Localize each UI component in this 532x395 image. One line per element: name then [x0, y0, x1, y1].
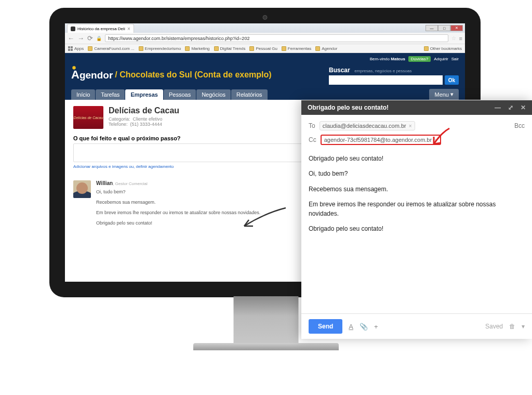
bookmark-item[interactable]: CameraFound.com ...: [88, 46, 134, 51]
chevron-down-icon: ▾: [450, 91, 454, 98]
history-line: Recebemos sua mensagem.: [96, 200, 260, 205]
browser-tab[interactable]: Histórico da empresa Delí ×: [67, 24, 134, 33]
search-ok-button[interactable]: Ok: [445, 75, 459, 85]
bookmark-item[interactable]: Agendor: [315, 46, 337, 51]
to-field[interactable]: To claudia@deliciasdecacau.com.br × Bcc: [309, 119, 525, 133]
bookmarks-bar: Apps CameraFound.com ... Empreendedorism…: [65, 44, 465, 53]
logo-letter: ⬢A: [71, 68, 79, 82]
history-role: , Gestor Comercial: [113, 181, 148, 186]
folder-icon: [185, 46, 190, 51]
saved-label: Saved: [485, 323, 503, 330]
bookmark-item[interactable]: Digital Trends: [214, 46, 246, 51]
tab-relatorios[interactable]: Relatórios: [231, 89, 268, 100]
folder-icon: [315, 46, 320, 51]
logo[interactable]: ⬢Agendor: [71, 68, 113, 82]
compose-subject: Obrigado pelo seu contato!: [308, 104, 389, 111]
body-line: Em breve iremos lhe responder ou iremos …: [309, 200, 525, 218]
cc-field[interactable]: Cc agendor-73cf5981784@to.agendor.com.br…: [309, 133, 525, 147]
acquire-link[interactable]: Adquirir: [434, 57, 448, 61]
more-icon[interactable]: +: [374, 323, 378, 331]
menu-icon[interactable]: ≡: [459, 35, 462, 42]
camera-icon: [263, 15, 268, 20]
reload-icon[interactable]: ⟳: [87, 34, 93, 42]
compose-footer: Send A 📎 + Saved 🗑 ▾: [301, 313, 532, 339]
history-line: Oi, tudo bem?: [96, 189, 260, 194]
help-button[interactable]: Dúvidas?: [408, 56, 431, 62]
url-text: https://www.agendor.com.br/sistema/empre…: [108, 36, 249, 41]
history-author: Willian: [96, 180, 113, 186]
compose-body[interactable]: Obrigado pelo seu contato! Oi, tudo bem?…: [301, 147, 532, 247]
company-logo: Delícias de Cacau: [73, 106, 103, 129]
other-bookmarks[interactable]: Other bookmarks: [424, 46, 462, 51]
cc-label: Cc: [309, 136, 316, 143]
maximize-button[interactable]: □: [438, 25, 450, 31]
folder-icon: [139, 46, 143, 51]
tab-close-icon[interactable]: ×: [127, 26, 130, 32]
bcc-toggle[interactable]: Bcc: [514, 122, 525, 129]
folder-icon: [424, 46, 429, 51]
folder-icon: [88, 46, 92, 51]
monitor-stand: [234, 296, 299, 346]
bookmark-item[interactable]: Pessoal Gu: [249, 46, 277, 51]
tab-title: Histórico da empresa Delí: [77, 27, 125, 31]
monitor-base: [193, 343, 339, 350]
bookmark-item[interactable]: Ferramentas: [282, 46, 311, 51]
search-input[interactable]: [329, 75, 443, 85]
attach-icon[interactable]: 📎: [360, 323, 368, 331]
company-name: Delícias de Cacau: [109, 106, 179, 115]
body-line: Obrigado pelo seu contato!: [309, 225, 525, 233]
minimize-button[interactable]: —: [425, 25, 438, 31]
body-line: Obrigado pelo seu contato!: [309, 154, 525, 163]
compose-header[interactable]: Obrigado pelo seu contato! — ⤢ ✕: [301, 100, 532, 115]
expand-icon[interactable]: ⤢: [508, 104, 513, 111]
tab-negocios[interactable]: Negócios: [196, 89, 231, 100]
options-icon[interactable]: ▾: [522, 323, 525, 330]
menu-dropdown[interactable]: Menu▾: [429, 89, 459, 100]
apps-shortcut[interactable]: Apps: [68, 46, 84, 51]
back-icon[interactable]: ←: [68, 34, 74, 42]
compose-window: Obrigado pelo seu contato! — ⤢ ✕ To clau…: [301, 100, 532, 339]
add-files-link[interactable]: Adicionar arquivos e imagens: [73, 164, 128, 169]
bookmark-star-icon[interactable]: ☆: [451, 35, 456, 41]
folder-icon: [249, 46, 254, 51]
close-button[interactable]: ✕: [450, 25, 463, 31]
logout-link[interactable]: Sair: [451, 57, 459, 61]
body-line: Oi, tudo bem?: [309, 169, 525, 178]
format-icon[interactable]: A: [349, 323, 353, 331]
folder-icon: [282, 46, 286, 51]
bookmark-item[interactable]: Marketing: [185, 46, 209, 51]
apps-icon: [68, 46, 73, 51]
bookmark-item[interactable]: Empreendedorismo: [139, 46, 181, 51]
trash-icon[interactable]: 🗑: [509, 323, 515, 330]
history-line: Em breve iremos lhe responder ou iremos …: [96, 210, 260, 215]
app-header: Bem-vindo Mateus Dúvidas? Adquirir Sair …: [65, 53, 465, 100]
schedule-link[interactable]: definir agendamento: [136, 164, 174, 169]
tab-empresas[interactable]: Empresas: [125, 89, 163, 100]
chip-remove-icon[interactable]: ×: [409, 123, 412, 129]
send-button[interactable]: Send: [309, 319, 342, 334]
close-icon[interactable]: ✕: [521, 104, 526, 111]
welcome-bar: Bem-vindo Mateus Dúvidas? Adquirir Sair: [370, 56, 459, 62]
to-chip[interactable]: claudia@deliciasdecacau.com.br ×: [320, 121, 415, 130]
window-controls: — □ ✕: [425, 25, 463, 31]
avatar: [73, 180, 91, 198]
forward-icon[interactable]: →: [77, 34, 84, 42]
browser-titlebar: Histórico da empresa Delí × — □ ✕: [65, 23, 465, 33]
url-bar[interactable]: https://www.agendor.com.br/sistema/empre…: [105, 34, 448, 42]
chip-remove-icon[interactable]: ×: [434, 137, 437, 143]
favicon-icon: [71, 27, 75, 31]
breadcrumb: / Chocolates do Sul (Conta de exemplo): [115, 70, 271, 80]
tab-tarefas[interactable]: Tarefas: [96, 89, 125, 100]
tab-pessoas[interactable]: Pessoas: [164, 89, 196, 100]
tab-inicio[interactable]: Início: [71, 89, 95, 100]
nav-tabs: Início Tarefas Empresas Pessoas Negócios…: [71, 89, 459, 100]
history-line: Obrigado pelo seu contato!: [96, 220, 260, 226]
lock-icon: 🔒: [96, 36, 102, 41]
browser-toolbar: ← → ⟳ 🔒 https://www.agendor.com.br/siste…: [65, 33, 465, 44]
search-label: Buscar: [329, 67, 350, 74]
to-label: To: [309, 122, 315, 129]
folder-icon: [214, 46, 219, 51]
search-area: Buscar empresas, negócios e pessoas Ok: [329, 65, 459, 85]
cc-chip-highlighted[interactable]: agendor-73cf5981784@to.agendor.com.br ×: [321, 135, 441, 145]
minimize-icon[interactable]: —: [495, 104, 501, 111]
